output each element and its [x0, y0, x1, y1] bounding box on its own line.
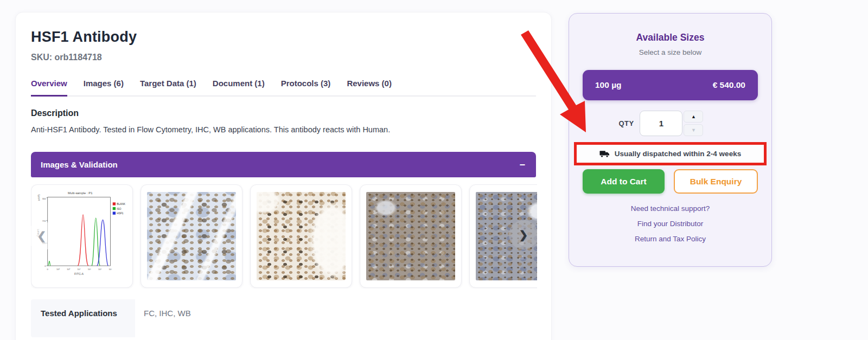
description-text: Anti-HSF1 Antibody. Tested in Flow Cytom… [31, 124, 536, 136]
svg-text:BLANK: BLANK [117, 203, 126, 206]
svg-text:FITC-A: FITC-A [74, 272, 84, 275]
dispatch-note: Usually dispatched within 2-4 weeks [577, 145, 764, 163]
select-size-subheading: Select a size below [583, 48, 758, 56]
qty-decrease-button[interactable]: ▼ [684, 124, 703, 136]
svg-text:10⁵: 10⁵ [88, 268, 92, 271]
description-heading: Description [31, 108, 536, 118]
qty-label: QTY [619, 119, 634, 127]
tab-protocols[interactable]: Protocols (3) [281, 75, 331, 97]
purchase-card: Available Sizes Select a size below 100 … [569, 13, 772, 267]
ihc-image-3 [366, 192, 455, 280]
available-sizes-heading: Available Sizes [583, 32, 758, 43]
purchase-buttons-row: Add to Cart Bulk Enquiry [583, 169, 758, 194]
svg-text:10⁷: 10⁷ [108, 268, 112, 271]
arrow-down-icon: ▼ [691, 128, 696, 133]
qty-increase-button[interactable]: ▲ [684, 111, 703, 123]
tab-images[interactable]: Images (6) [84, 75, 124, 97]
image-carousel: Multi-sample : P1 (x10³) Count 0 100 200… [31, 184, 537, 288]
link-return-tax-policy[interactable]: Return and Tax Policy [635, 235, 706, 243]
ihc-image-1 [147, 192, 236, 280]
annotation-highlight-box: Usually dispatched within 2-4 weeks [574, 142, 767, 165]
svg-text:0: 0 [47, 268, 49, 271]
size-price: € 540.00 [713, 80, 745, 90]
ihc-image-2 [257, 192, 346, 280]
chevron-left-icon: ❮ [37, 229, 47, 242]
dispatch-note-text: Usually dispatched within 2-4 weeks [615, 150, 741, 158]
product-title: HSF1 Antibody [31, 29, 536, 46]
spec-label: Tested Applications [31, 299, 135, 337]
quantity-row: QTY ▲ ▼ [573, 111, 749, 136]
tab-reviews[interactable]: Reviews (0) [347, 75, 392, 97]
svg-text:Multi-sample : P1: Multi-sample : P1 [68, 191, 92, 195]
svg-text:ISO: ISO [117, 208, 122, 210]
size-name: 100 µg [595, 80, 622, 90]
thumbnail-ihc-3[interactable] [360, 184, 462, 288]
tab-bar: Overview Images (6) Target Data (1) Docu… [31, 75, 536, 97]
quantity-stepper: ▲ ▼ [640, 111, 703, 136]
qty-stepper-buttons: ▲ ▼ [684, 111, 703, 136]
support-links: Need technical support? Find your Distri… [583, 204, 758, 243]
svg-text:10²: 10² [56, 268, 60, 271]
tab-target-data[interactable]: Target Data (1) [140, 75, 196, 97]
carousel-next-button[interactable]: ❯ [509, 220, 537, 249]
collapse-minus-icon[interactable]: − [519, 160, 525, 170]
thumbnail-ihc-2[interactable] [250, 184, 352, 288]
images-validation-title: Images & Validation [41, 160, 118, 169]
spec-value: FC, IHC, WB [135, 299, 200, 337]
svg-text:HSF1: HSF1 [117, 212, 124, 215]
svg-text:10⁶: 10⁶ [98, 268, 102, 271]
svg-text:10³: 10³ [67, 268, 71, 271]
thumbnail-ihc-1[interactable] [141, 184, 242, 288]
truck-icon [599, 150, 610, 158]
arrow-up-icon: ▲ [691, 114, 696, 119]
images-validation-section-header[interactable]: Images & Validation − [31, 152, 536, 177]
size-option-100ug[interactable]: 100 µg € 540.00 [583, 70, 758, 100]
tab-document[interactable]: Document (1) [213, 75, 265, 97]
qty-input[interactable] [640, 111, 682, 136]
chevron-right-icon: ❯ [519, 228, 528, 241]
tab-overview[interactable]: Overview [31, 75, 67, 97]
svg-text:300: 300 [42, 197, 47, 200]
add-to-cart-button[interactable]: Add to Cart [583, 169, 665, 194]
product-sku: SKU: orb1184718 [31, 53, 536, 62]
svg-text:(x10³): (x10³) [37, 194, 40, 201]
spec-row-tested-applications: Tested Applications FC, IHC, WB [31, 299, 537, 337]
product-card: HSF1 Antibody SKU: orb1184718 Overview I… [15, 12, 552, 340]
link-technical-support[interactable]: Need technical support? [631, 204, 710, 213]
link-find-distributor[interactable]: Find your Distributor [637, 220, 704, 228]
svg-text:10⁴: 10⁴ [77, 268, 81, 271]
svg-text:0: 0 [44, 265, 46, 267]
page: HSF1 Antibody SKU: orb1184718 Overview I… [0, 0, 868, 340]
bulk-enquiry-button[interactable]: Bulk Enquiry [674, 169, 758, 194]
